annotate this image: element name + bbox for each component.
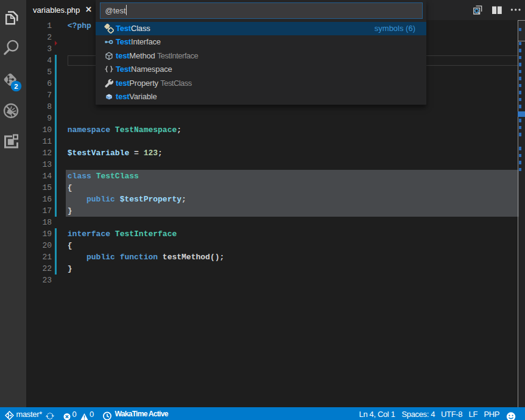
svg-text:2: 2: [14, 83, 18, 90]
